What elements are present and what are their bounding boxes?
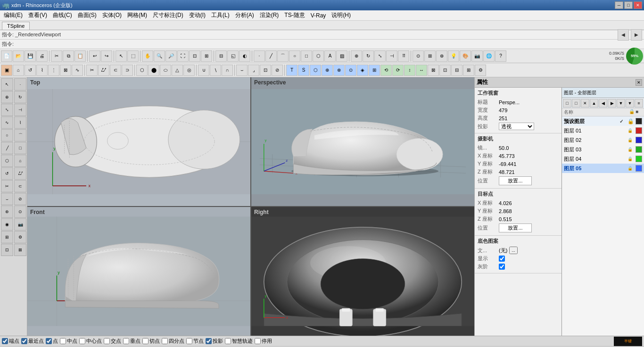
viewport-perspective[interactable]: Perspective x y z — [251, 77, 474, 206]
tb-zoom-out[interactable]: 🔎 — [165, 50, 177, 62]
layer-filter-btn[interactable]: ▼ — [626, 99, 634, 107]
menu-vray[interactable]: V-Ray — [308, 11, 329, 20]
close-button[interactable]: ✕ — [634, 1, 642, 9]
tb2-intersect[interactable]: ∩ — [222, 65, 233, 76]
tb2-ts3[interactable]: ⬡ — [310, 65, 321, 76]
lp-arc[interactable]: ⌒ — [14, 129, 26, 141]
tb2-ts14[interactable]: ⊡ — [439, 65, 451, 76]
tb2-ts4[interactable]: ⊕ — [322, 65, 333, 76]
tab-tspline[interactable]: TSpline — [2, 22, 30, 30]
lp-extra2[interactable]: ⊠ — [14, 244, 26, 256]
bg-gray-check[interactable] — [499, 264, 505, 270]
layer-prev-btn[interactable]: ◀ — [599, 99, 607, 107]
tb2-cone[interactable]: △ — [172, 65, 183, 76]
snap-center[interactable]: 中心点 — [79, 338, 102, 345]
cmdbar-scroll-right[interactable]: ▶ — [631, 29, 642, 41]
menu-ts[interactable]: TS-随意 — [281, 10, 307, 20]
lp-camera2[interactable]: 📷 — [14, 218, 26, 231]
tb2-trim[interactable]: ✂ — [86, 65, 98, 76]
tb-copy[interactable]: ⧉ — [63, 50, 74, 62]
snap-knot[interactable]: 节点 — [186, 338, 204, 345]
snap-quad[interactable]: 四分点 — [162, 338, 184, 345]
lp-rect[interactable]: □ — [14, 142, 26, 154]
tb2-network[interactable]: ⋮ — [48, 65, 59, 76]
tb2-torus[interactable]: ◎ — [183, 65, 195, 76]
tb-zoom-ext[interactable]: ⛶ — [177, 50, 189, 62]
menu-mesh[interactable]: 网格(M) — [124, 10, 150, 20]
tb2-shell[interactable]: ⊘ — [272, 65, 283, 76]
lp-join[interactable]: ⊂ — [14, 180, 26, 192]
tb-rect[interactable]: □ — [301, 50, 312, 62]
tb2-ts2[interactable]: S — [298, 65, 309, 76]
tb-select[interactable]: ↖ — [116, 50, 127, 62]
menu-transform[interactable]: 变动(I) — [186, 10, 208, 20]
tb2-ts12[interactable]: ↔ — [416, 65, 427, 76]
tb-zoom-win[interactable]: ⊡ — [189, 50, 200, 62]
lp-extra1[interactable]: ⊡ — [1, 244, 13, 256]
lp-point[interactable]: · — [14, 78, 26, 91]
layer-del-btn[interactable]: ✕ — [581, 99, 589, 107]
layer-new-sub-btn[interactable]: □ — [572, 99, 580, 107]
tb-light[interactable]: 💡 — [448, 50, 459, 62]
tb2-ts9[interactable]: ⟲ — [380, 65, 392, 76]
tb-select-box[interactable]: ⬚ — [127, 50, 139, 62]
menu-edit[interactable]: 编辑(E) — [1, 10, 25, 20]
menu-dim[interactable]: 尺寸标注(D) — [150, 10, 186, 20]
menu-analyze[interactable]: 分析(A) — [232, 10, 257, 20]
menu-surface[interactable]: 曲面(S) — [75, 10, 99, 20]
lp-move[interactable]: ⊕ — [1, 91, 13, 103]
snap-perp[interactable]: 垂点 — [123, 338, 140, 345]
proj-select[interactable]: 透视 平行 — [499, 123, 534, 130]
tb-grid[interactable]: ⊞ — [424, 50, 436, 62]
tb-text[interactable]: A — [324, 50, 336, 62]
layer-row-03[interactable]: 图层 03 🔒 — [562, 145, 644, 154]
lp-render-btn[interactable]: ◉ — [1, 218, 13, 231]
tb2-revolve[interactable]: ↺ — [25, 65, 36, 76]
titlebar-controls[interactable]: ─ □ ✕ — [615, 1, 642, 9]
tb2-chamfer[interactable]: ⌟ — [248, 65, 259, 76]
lp-select[interactable]: ↖ — [1, 78, 13, 91]
menu-curve[interactable]: 曲线(C) — [50, 10, 75, 20]
tb-line[interactable]: ╱ — [265, 50, 277, 62]
tb-env[interactable]: 🌐 — [483, 50, 495, 62]
tb-zoom-all[interactable]: ⊞ — [201, 50, 212, 62]
layer-row-preset[interactable]: 预设图层 ✓ 🔒 — [562, 116, 644, 126]
tb2-ts7[interactable]: ◈ — [357, 65, 368, 76]
tb-move[interactable]: ⊕ — [351, 50, 362, 62]
prop-close-btn[interactable]: ✕ — [636, 79, 642, 86]
tb-open[interactable]: 📂 — [13, 50, 24, 62]
tb-zoom-in[interactable]: 🔍 — [154, 50, 165, 62]
tb-shade[interactable]: ◐ — [239, 50, 250, 62]
tb2-ts16[interactable]: ⊞ — [463, 65, 474, 76]
tb-rotate[interactable]: ↻ — [363, 50, 374, 62]
tb2-extrude[interactable]: ▣ — [1, 65, 12, 76]
snap-intersect[interactable]: 交点 — [104, 338, 121, 345]
menu-solid[interactable]: 实体(O) — [99, 10, 124, 20]
lp-rotate2d[interactable]: ↻ — [14, 91, 26, 103]
properties-controls[interactable]: ✕ — [636, 79, 642, 86]
tb2-box[interactable]: ⬡ — [136, 65, 148, 76]
tb2-ts6[interactable]: ⊙ — [345, 65, 356, 76]
tb2-ts13[interactable]: ⊠ — [428, 65, 439, 76]
lp-osnap[interactable]: ⊙ — [14, 206, 26, 218]
snap-disable[interactable]: 停用 — [255, 338, 272, 345]
tb2-cyl[interactable]: ⬭ — [160, 65, 171, 76]
tb-osnap[interactable]: ⊛ — [436, 50, 447, 62]
tb-pan[interactable]: ✋ — [142, 50, 153, 62]
lp-trim[interactable]: ✂ — [1, 180, 13, 192]
tb-array[interactable]: ⠿ — [398, 50, 409, 62]
tb-hatch[interactable]: ▨ — [336, 50, 347, 62]
tb-cut[interactable]: ✂ — [51, 50, 62, 62]
tb2-gear[interactable]: ⚙ — [475, 65, 486, 76]
layer-row-05[interactable]: 图层 05 🔒 — [562, 164, 644, 173]
lp-mirror2d[interactable]: ⊣ — [14, 104, 26, 116]
tb2-ts8[interactable]: ⊞ — [369, 65, 380, 76]
tb2-split[interactable]: ⌰ — [98, 65, 109, 76]
tb-undo[interactable]: ↩ — [89, 50, 100, 62]
layer-row-04[interactable]: 图层 04 🔒 — [562, 154, 644, 164]
lp-extrude[interactable]: ⬡ — [1, 155, 13, 167]
tb2-ts5[interactable]: ⊗ — [333, 65, 345, 76]
tb-save[interactable]: 💾 — [25, 50, 36, 62]
menu-help[interactable]: 说明(H) — [329, 10, 354, 20]
snap-midpoint[interactable]: 中点 — [60, 338, 77, 345]
